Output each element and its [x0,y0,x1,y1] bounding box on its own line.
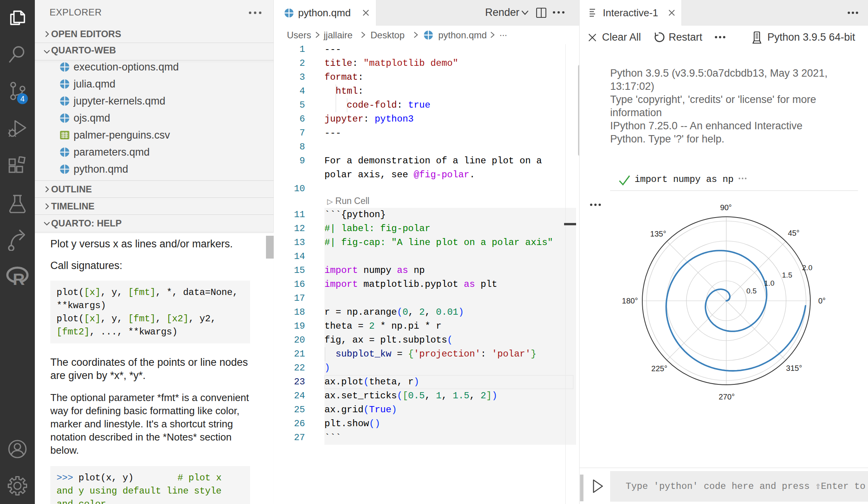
svg-text:0.5: 0.5 [746,287,756,295]
svg-text:45°: 45° [788,229,799,237]
svg-text:180°: 180° [622,297,638,305]
svg-text:225°: 225° [651,364,667,373]
svg-text:1.5: 1.5 [782,271,792,279]
svg-text:1.0: 1.0 [764,279,774,287]
svg-text:90°: 90° [720,203,732,212]
svg-text:315°: 315° [786,364,802,372]
svg-text:0°: 0° [818,297,825,305]
svg-text:R: R [13,270,25,287]
svg-text:270°: 270° [719,393,734,401]
svg-text:135°: 135° [650,230,666,238]
svg-text:2.0: 2.0 [802,264,812,272]
svg-text:4: 4 [20,94,24,103]
